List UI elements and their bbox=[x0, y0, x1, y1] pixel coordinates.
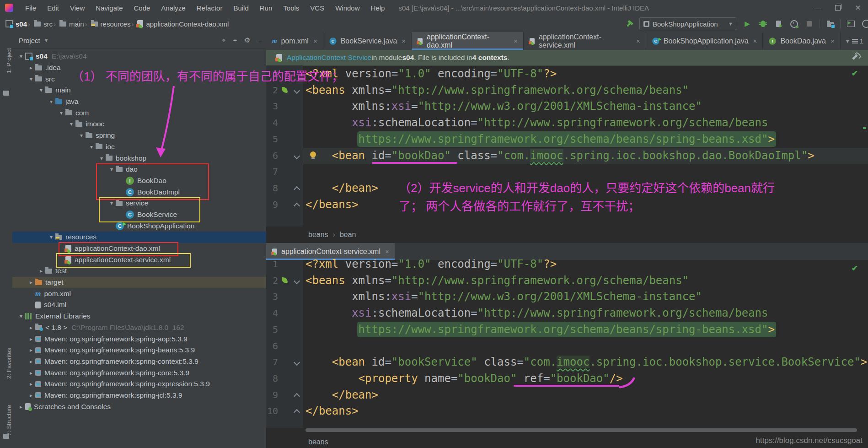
tree-expand-right-icon[interactable]: ▸ bbox=[27, 358, 35, 365]
run-configuration-select[interactable]: BookShopApplication ▼ bbox=[639, 17, 737, 30]
breadcrumb-beans[interactable]: beans bbox=[308, 231, 328, 239]
fold-collapse-icon[interactable] bbox=[294, 152, 300, 159]
locate-file-icon[interactable]: ⌖ bbox=[222, 36, 225, 44]
hide-panel-icon[interactable]: ─ bbox=[257, 37, 263, 44]
tree-expand-right-icon[interactable]: ▸ bbox=[37, 268, 45, 274]
tree-expand-down-icon[interactable]: ▾ bbox=[37, 87, 45, 93]
tree-expand-right-icon[interactable]: ▸ bbox=[27, 381, 35, 387]
close-tab-icon[interactable]: × bbox=[385, 248, 389, 255]
code-line[interactable]: 7 <bean id="bookService" class="com.imoo… bbox=[266, 354, 868, 371]
run-anything-button[interactable] bbox=[845, 18, 856, 29]
close-tab-icon[interactable]: × bbox=[830, 37, 835, 45]
fold-end-icon[interactable] bbox=[294, 203, 300, 209]
restore-button[interactable] bbox=[828, 4, 848, 12]
tree-item-maven-org.springframework-spring-expression-5.3.9[interactable]: ▸Maven: org.springframework:spring-expre… bbox=[12, 378, 266, 390]
menu-file[interactable]: File bbox=[20, 4, 42, 12]
tab-applicationcontext-service.xml[interactable]: applicationContext-service.xml× bbox=[524, 32, 646, 50]
tab-bookdao.java[interactable]: IBookDao.java× bbox=[763, 32, 840, 50]
code-line[interactable]: 4 xsi:schemaLocation="http://www.springf… bbox=[266, 115, 868, 131]
application-context-link[interactable]: ApplicationContext Service bbox=[287, 54, 371, 62]
menu-edit[interactable]: Edit bbox=[42, 4, 64, 12]
tree-item-main[interactable]: ▾main bbox=[12, 85, 266, 96]
tool-window-project[interactable]: 1: Project bbox=[0, 36, 12, 86]
search-everywhere-icon[interactable] bbox=[861, 18, 868, 29]
tree-expand-down-icon[interactable]: ▾ bbox=[97, 155, 106, 162]
code-line[interactable]: 2<beans xmlns="http://www.springframewor… bbox=[266, 82, 868, 99]
tree-item-applicationcontext-service.xml[interactable]: applicationContext-service.xml bbox=[12, 254, 266, 265]
code-line[interactable]: 3 xmlns:xsi="http://www.w3.org/2001/XMLS… bbox=[266, 98, 868, 115]
tree-item-spring[interactable]: ▾spring bbox=[12, 130, 266, 141]
tree-expand-down-icon[interactable]: ▾ bbox=[57, 110, 65, 116]
stop-button[interactable] bbox=[804, 18, 815, 29]
tree-item-ioc[interactable]: ▾ioc bbox=[12, 141, 266, 153]
tree-item-external-libraries[interactable]: ▾External Libraries bbox=[12, 311, 266, 322]
close-button[interactable]: ✕ bbox=[848, 4, 868, 12]
code-line[interactable]: 8 <property name="bookDao" ref="bookDao"… bbox=[266, 371, 868, 387]
spring-bean-gutter-icon[interactable] bbox=[282, 87, 288, 93]
menu-navigate[interactable]: Navigate bbox=[90, 4, 128, 12]
profiler-button[interactable] bbox=[788, 18, 799, 29]
tree-expand-right-icon[interactable]: ▸ bbox=[27, 279, 35, 286]
menu-refactor[interactable]: Refactor bbox=[191, 4, 228, 12]
breadcrumb-s04[interactable]: s04 bbox=[5, 20, 27, 28]
menu-view[interactable]: View bbox=[64, 4, 90, 12]
tree-item-imooc[interactable]: ▾imooc bbox=[12, 119, 266, 130]
collapse-all-icon[interactable]: ÷ bbox=[233, 37, 237, 44]
spring-bean-gutter-icon[interactable] bbox=[282, 277, 288, 283]
close-tab-icon[interactable]: × bbox=[753, 37, 757, 45]
close-tab-icon[interactable]: × bbox=[636, 37, 640, 45]
inspections-ok-icon[interactable]: ✔ bbox=[852, 69, 858, 78]
tree-item-maven-org.springframework-spring-aop-5.3.9[interactable]: ▸Maven: org.springframework:spring-aop:5… bbox=[12, 333, 266, 345]
tree-item-applicationcontext-dao.xml[interactable]: applicationContext-dao.xml bbox=[12, 243, 266, 254]
settings-gear-icon[interactable]: ⚙ bbox=[244, 36, 250, 44]
wrench-icon[interactable] bbox=[852, 54, 858, 60]
tree-item-scratches-and-consoles[interactable]: ▸Scratches and Consoles bbox=[12, 401, 266, 412]
tree-item-maven-org.springframework-spring-beans-5.3.9[interactable]: ▸Maven: org.springframework:spring-beans… bbox=[12, 345, 266, 356]
fold-end-icon[interactable] bbox=[294, 393, 300, 399]
tree-item-pom.xml[interactable]: mpom.xml bbox=[12, 288, 266, 299]
tree-expand-right-icon[interactable]: ▸ bbox=[27, 392, 35, 399]
tree-expand-down-icon[interactable]: ▾ bbox=[47, 234, 55, 240]
tree-expand-right-icon[interactable]: ▸ bbox=[27, 370, 35, 376]
tree-item-bookservice[interactable]: CBookService bbox=[12, 209, 266, 221]
run-coverage-button[interactable] bbox=[773, 18, 784, 29]
tree-expand-down-icon[interactable]: ▾ bbox=[17, 313, 25, 319]
close-tab-icon[interactable]: × bbox=[514, 37, 518, 45]
menu-tools[interactable]: Tools bbox=[278, 4, 305, 12]
menu-build[interactable]: Build bbox=[228, 4, 254, 12]
tree-expand-down-icon[interactable]: ▾ bbox=[107, 200, 116, 206]
code-line[interactable]: 6 bbox=[266, 338, 868, 355]
horizontal-scrollbar[interactable] bbox=[305, 428, 857, 432]
code-line[interactable]: 7 bbox=[266, 164, 868, 180]
breadcrumb-file[interactable]: applicationContext-dao.xml bbox=[137, 20, 229, 28]
breadcrumb-main[interactable]: main bbox=[59, 20, 84, 28]
breadcrumb-bean[interactable]: bean bbox=[340, 231, 356, 239]
breadcrumb-resources[interactable]: resources bbox=[91, 20, 131, 28]
code-line[interactable]: 5 https://www.springframework.org/schema… bbox=[266, 131, 868, 148]
code-line[interactable]: 1<?xml version="1.0" encoding="UTF-8"?> bbox=[266, 66, 868, 82]
tree-item-s04.iml[interactable]: s04.iml bbox=[12, 299, 266, 311]
hidden-tabs-dropdown[interactable]: ▼1 bbox=[841, 32, 868, 50]
tree-item-bookdao[interactable]: IBookDao bbox=[12, 175, 266, 187]
run-button[interactable]: ▶ bbox=[742, 18, 753, 29]
tab-applicationcontext-dao.xml[interactable]: applicationContext-dao.xml× bbox=[412, 32, 524, 50]
fold-collapse-icon[interactable] bbox=[294, 87, 300, 94]
code-line[interactable]: 4 xsi:schemaLocation="http://www.springf… bbox=[266, 305, 868, 322]
tree-item-dao[interactable]: ▾dao bbox=[12, 164, 266, 175]
tree-expand-down-icon[interactable]: ▾ bbox=[27, 76, 35, 82]
code-line[interactable]: 10</beans> bbox=[266, 403, 868, 420]
tab-bookservice.java[interactable]: CBookService.java× bbox=[323, 32, 412, 50]
breadcrumb-src[interactable]: src bbox=[34, 20, 53, 28]
tree-item-maven-org.springframework-spring-jcl-5.3.9[interactable]: ▸Maven: org.springframework:spring-jcl:5… bbox=[12, 390, 266, 401]
code-line[interactable]: 9 </bean> bbox=[266, 387, 868, 404]
menu-window[interactable]: Window bbox=[330, 4, 365, 12]
tree-item-bookshop[interactable]: ▾bookshop bbox=[12, 152, 266, 164]
code-line[interactable]: 2<beans xmlns="http://www.springframewor… bbox=[266, 273, 868, 289]
tree-expand-down-icon[interactable]: ▾ bbox=[67, 121, 75, 127]
tree-item-com[interactable]: ▾com bbox=[12, 107, 266, 119]
fold-collapse-icon[interactable] bbox=[294, 278, 300, 284]
tab-pom.xml[interactable]: mpom.xml× bbox=[266, 32, 323, 50]
breadcrumb-beans[interactable]: beans bbox=[308, 438, 328, 446]
tree-item-resources[interactable]: ▾resources bbox=[12, 232, 266, 243]
code-line[interactable]: 6 <bean id="bookDao" class="com.imooc.sp… bbox=[266, 148, 868, 164]
